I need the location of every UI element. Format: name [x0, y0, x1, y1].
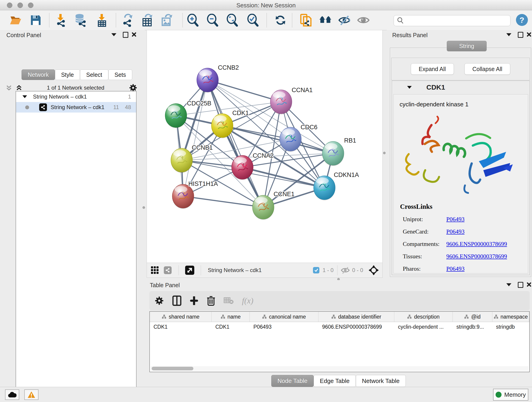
first-neighbors-icon[interactable]: [319, 14, 332, 27]
network-node-CCNB1[interactable]: CCNB1: [171, 144, 213, 173]
node-table[interactable]: shared namenamecanonical namedatabase id…: [149, 311, 530, 372]
cloud-status-button[interactable]: [5, 389, 19, 400]
scrollbar-thumb[interactable]: [152, 367, 193, 370]
column-header-label: description: [414, 314, 439, 320]
tab-sets[interactable]: Sets: [108, 70, 132, 80]
column-header-namespace[interactable]: namespace: [492, 312, 529, 322]
zoom-fit-icon[interactable]: [226, 14, 239, 27]
zoom-selected-icon[interactable]: [247, 14, 259, 27]
network-node-CCNE1[interactable]: CCNE1: [253, 191, 295, 220]
column-header-canonical-name[interactable]: canonical name: [250, 312, 318, 322]
control-panel-close-icon[interactable]: [132, 32, 137, 37]
tab-select[interactable]: Select: [80, 70, 108, 80]
import-network-icon[interactable]: [54, 14, 67, 27]
column-type-icon: [221, 314, 225, 319]
expand-all-label: Expand All: [419, 66, 446, 72]
network-node-HIST1H1A[interactable]: HIST1H1A: [172, 180, 218, 209]
export-image-icon[interactable]: [160, 14, 173, 27]
tab-network[interactable]: Network: [22, 70, 55, 80]
network-collection-row[interactable]: String Network – cdk1 1: [16, 91, 136, 102]
network-node-CDKN1A[interactable]: CDKN1A: [314, 172, 359, 200]
delete-column-trash-icon[interactable]: [207, 296, 215, 306]
crosslink-value-link[interactable]: 9606.ENSP00000378699: [446, 253, 507, 260]
network-node-CCNA1[interactable]: CCNA1: [270, 87, 313, 114]
entry-caret-icon[interactable]: [407, 86, 412, 89]
table-gear-icon[interactable]: [154, 296, 164, 306]
tab-node-table[interactable]: Node Table: [271, 375, 314, 387]
results-panel-collapse-icon[interactable]: [506, 33, 511, 36]
table-cell[interactable]: CDK1: [150, 324, 212, 330]
table-cell[interactable]: stringdb: [492, 324, 529, 330]
table-panel-float-icon[interactable]: [518, 282, 523, 288]
column-header-description[interactable]: description: [394, 312, 453, 322]
column-header--id[interactable]: @id: [453, 312, 492, 322]
right-splitter-grip[interactable]: [383, 152, 386, 154]
export-network-icon[interactable]: [121, 14, 134, 27]
network-row[interactable]: String Network – cdk1 11 48: [16, 102, 136, 113]
zoom-out-icon[interactable]: [206, 14, 219, 27]
tab-edge-table[interactable]: Edge Table: [314, 375, 356, 387]
table-cell[interactable]: 9606.ENSP00000378699: [318, 324, 394, 330]
results-entry-header[interactable]: CDK1: [392, 81, 530, 94]
import-network-from-database-icon[interactable]: [74, 14, 87, 27]
add-column-icon[interactable]: [190, 296, 198, 305]
control-panel-float-icon[interactable]: [123, 32, 128, 38]
table-cell[interactable]: stringdb:9...: [453, 324, 492, 330]
left-splitter-grip[interactable]: [143, 206, 145, 209]
column-header-shared-name[interactable]: shared name: [150, 312, 212, 322]
detach-view-icon[interactable]: [185, 266, 194, 275]
copy-style-icon[interactable]: [300, 14, 312, 27]
crosslink-value-link[interactable]: P06493: [446, 265, 464, 272]
help-button[interactable]: ?: [516, 14, 528, 26]
birds-eye-crosshair-icon[interactable]: [368, 265, 379, 276]
column-header-name[interactable]: name: [212, 312, 250, 322]
save-session-icon[interactable]: [29, 14, 42, 27]
show-hidden-eye-icon[interactable]: [357, 14, 370, 27]
column-header-label: database identifier: [338, 314, 381, 320]
crosslink-value-link[interactable]: 9606.ENSP00000378699: [446, 241, 507, 248]
warning-status-button[interactable]: [24, 389, 38, 400]
network-node-CCNB2[interactable]: CCNB2: [197, 64, 239, 93]
network-canvas[interactable]: CCNB2CCNA1CDC25BCDK1CDC6RB1CCNB1CCNA2CDK…: [147, 30, 383, 263]
table-cell[interactable]: P06493: [250, 324, 318, 330]
table-row[interactable]: CDK1CDK1P064939606.ENSP00000378699cyclin…: [150, 322, 529, 332]
tab-network-table[interactable]: Network Table: [356, 375, 406, 387]
selected-count-checkbox-icon[interactable]: [313, 267, 319, 274]
function-builder-icon: f(x): [242, 296, 253, 306]
results-panel-float-icon[interactable]: [518, 32, 523, 38]
tab-style[interactable]: Style: [55, 70, 80, 80]
crosslink-value-link[interactable]: P06493: [446, 228, 464, 235]
zoom-in-icon[interactable]: [186, 14, 199, 27]
column-header-database-identifier[interactable]: database identifier: [318, 312, 394, 322]
table-cell[interactable]: CDK1: [212, 324, 250, 330]
memory-status-dot-icon: [496, 392, 501, 398]
tab-string[interactable]: String: [447, 41, 487, 51]
open-session-icon[interactable]: [9, 14, 22, 27]
table-horizontal-scrollbar[interactable]: [151, 366, 528, 371]
export-table-icon[interactable]: [141, 14, 153, 27]
refresh-layout-icon[interactable]: [274, 14, 287, 27]
collapse-all-button[interactable]: Collapse All: [464, 63, 510, 75]
table-panel-collapse-icon[interactable]: [506, 283, 511, 286]
grid-view-icon[interactable]: [151, 266, 159, 274]
search-input[interactable]: [406, 17, 510, 24]
table-cell[interactable]: cyclin-dependent ...: [394, 324, 453, 330]
search-box[interactable]: [394, 15, 510, 26]
show-columns-icon[interactable]: [172, 295, 181, 306]
expand-all-chevron-icon[interactable]: [16, 84, 22, 91]
hidden-eye-slash-icon[interactable]: [341, 266, 350, 274]
import-table-icon[interactable]: [95, 14, 108, 27]
memory-button[interactable]: Memory: [493, 389, 528, 401]
hide-selected-eye-slash-icon[interactable]: [338, 14, 351, 27]
table-panel-close-icon[interactable]: [526, 282, 532, 287]
network-node-CCNA2[interactable]: CCNA2: [232, 152, 274, 180]
network-view-share-icon[interactable]: [164, 266, 172, 274]
expand-all-button[interactable]: Expand All: [411, 63, 454, 75]
collection-caret-icon[interactable]: [22, 95, 27, 98]
control-panel-collapse-icon[interactable]: [111, 33, 116, 36]
crosslink-value-link[interactable]: P06493: [446, 216, 464, 223]
collapse-all-chevron-icon[interactable]: [6, 84, 12, 91]
network-node-RB1[interactable]: RB1: [322, 137, 356, 166]
hidden-counts: 0 - 0: [352, 267, 363, 274]
results-panel-close-icon[interactable]: [526, 32, 532, 37]
